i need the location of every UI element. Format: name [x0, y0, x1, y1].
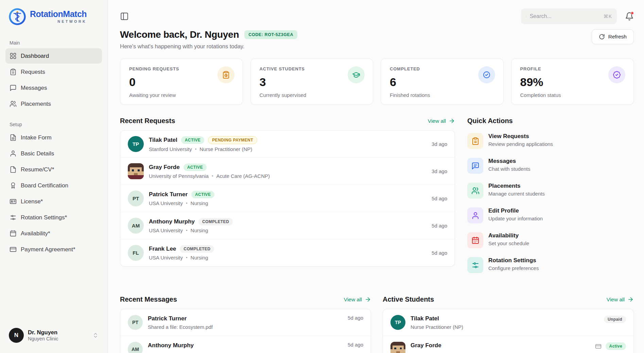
quick-action-edit-profile[interactable]: Edit Profile Update your information	[467, 207, 634, 223]
section-title-active-students: Active Students	[383, 296, 434, 303]
calendar-icon	[467, 232, 483, 248]
sidebar-item-availability[interactable]: Availability*	[5, 226, 102, 241]
sidebar-toggle-icon[interactable]	[120, 12, 129, 21]
search-input[interactable]	[530, 13, 600, 19]
sidebar-nav-setup: Intake Form Basic Details Resume/CV* Boa…	[5, 130, 102, 257]
stat-card-active-students: ACTIVE STUDENTS 3 Currently supervised	[250, 58, 373, 105]
timestamp: 3d ago	[432, 168, 447, 174]
search-box[interactable]: ⌘K	[521, 9, 617, 24]
sidebar: RotationMatch NETWORK Main Dashboard Req…	[0, 0, 108, 353]
refresh-button[interactable]: Refresh	[592, 29, 634, 44]
quick-action-title: Rotation Settings	[488, 257, 539, 264]
avatar: PT	[128, 315, 143, 330]
view-all-students-link[interactable]: View all	[607, 296, 634, 303]
timestamp: 3d ago	[432, 141, 447, 147]
credit-card-icon	[10, 246, 17, 253]
message-row[interactable]: AM Anthony Murphy 5d ago	[120, 336, 371, 353]
sidebar-item-intake-form[interactable]: Intake Form	[5, 130, 102, 145]
student-row[interactable]: Gray Forde Active	[383, 336, 633, 353]
sidebar-item-placements[interactable]: Placements	[5, 96, 102, 112]
sidebar-item-requests[interactable]: Requests	[5, 64, 102, 80]
program-name: Acute Care (AG-ACNP)	[216, 173, 270, 179]
chat-icon	[467, 158, 483, 174]
brand-logo[interactable]: RotationMatch NETWORK	[5, 7, 102, 26]
brand-tagline: NETWORK	[57, 20, 87, 23]
quick-action-messages[interactable]: Messages Chat with students	[467, 158, 634, 174]
student-name: Gray Forde	[411, 342, 590, 349]
quick-action-title: Edit Profile	[488, 207, 543, 214]
school-name: USA University	[149, 228, 183, 233]
sidebar-item-rotation-settings[interactable]: Rotation Settings*	[5, 210, 102, 225]
student-row[interactable]: TP Tilak Patel Nurse Practitioner (NP) U…	[383, 309, 633, 336]
request-row[interactable]: Gray Forde ACTIVE University of Pennsylv…	[120, 157, 455, 185]
user-menu[interactable]: N Dr. Nguyen Nguyen Clinic	[5, 324, 102, 346]
sidebar-item-label: Basic Details	[21, 150, 54, 157]
sidebar-item-license[interactable]: License*	[5, 194, 102, 209]
request-row[interactable]: FL Frank Lee COMPLETED USA University • …	[120, 239, 455, 266]
quick-action-availability[interactable]: Availability Set your schedule	[467, 232, 634, 248]
quick-action-view-requests[interactable]: View Requests Review pending application…	[467, 133, 634, 149]
avatar: TP	[390, 315, 405, 330]
award-icon	[10, 182, 17, 189]
quick-action-rotation-settings[interactable]: Rotation Settings Configure preferences	[467, 257, 634, 273]
notification-bell-icon[interactable]	[625, 12, 634, 21]
billing-icon[interactable]	[595, 343, 602, 350]
stat-card-profile: PROFILE 89% Completion status	[511, 58, 634, 105]
section-title-recent-messages: Recent Messages	[120, 296, 177, 303]
sidebar-item-label: Requests	[21, 69, 45, 75]
view-all-requests-link[interactable]: View all	[428, 118, 455, 124]
caduceus-logo-icon	[8, 7, 27, 26]
notification-dot	[631, 12, 634, 15]
chevrons-up-down-icon	[92, 332, 99, 338]
quick-action-description: Configure preferences	[488, 265, 539, 271]
sidebar-item-payment-agreement[interactable]: Payment Agreement*	[5, 242, 102, 257]
file-icon	[10, 166, 17, 173]
arrow-right-icon	[365, 296, 371, 303]
view-all-label: View all	[428, 118, 446, 124]
sender-name: Patrick Turner	[148, 315, 343, 322]
search-icon	[526, 13, 526, 20]
sidebar-item-basic-details[interactable]: Basic Details	[5, 146, 102, 161]
timestamp: 5d ago	[432, 223, 447, 229]
users-icon	[10, 100, 17, 107]
dot-separator: •	[212, 173, 213, 179]
sidebar-item-label: Availability*	[21, 230, 50, 237]
school-name: Stanford University	[149, 146, 192, 152]
quick-action-placements[interactable]: Placements Manage current students	[467, 183, 634, 199]
sidebar-item-label: Payment Agreement*	[21, 246, 75, 253]
request-row[interactable]: TP Tilak Patel ACTIVE PENDING PAYMENT St…	[120, 131, 455, 157]
main-area: ⌘K Welcome back, Dr. Nguyen CODE: ROT-5Z…	[108, 0, 644, 353]
request-row[interactable]: AM Anthony Murphy COMPLETED USA Universi…	[120, 212, 455, 239]
recent-requests-section: Recent Requests View all TP Tilak Patel	[120, 117, 455, 282]
message-row[interactable]: PT Patrick Turner Shared a file: Ecosyst…	[120, 309, 371, 336]
avatar: PT	[128, 190, 144, 206]
student-name: Anthony Murphy	[149, 218, 195, 225]
badge-check-icon	[608, 66, 625, 83]
request-row[interactable]: PT Patrick Turner ACTIVE USA University …	[120, 185, 455, 212]
program-name: Nursing	[191, 200, 208, 206]
view-all-messages-link[interactable]: View all	[344, 296, 371, 303]
recent-messages-section: Recent Messages View all PT Patrick Turn…	[120, 296, 371, 353]
avatar: FL	[128, 245, 144, 261]
sidebar-item-board-certification[interactable]: Board Certification	[5, 178, 102, 193]
payment-status-badge: PENDING PAYMENT	[208, 136, 257, 144]
active-students-section: Active Students View all TP Tilak Patel …	[383, 296, 634, 353]
section-title-recent-requests: Recent Requests	[120, 117, 175, 125]
stat-description: Awaiting your review	[129, 92, 234, 98]
page-subtitle: Here's what's happening with your rotati…	[120, 43, 297, 50]
sidebar-item-messages[interactable]: Messages	[5, 80, 102, 96]
recent-requests-card: TP Tilak Patel ACTIVE PENDING PAYMENT St…	[120, 130, 455, 267]
school-name: University of Pennsylvania	[149, 173, 209, 179]
quick-action-description: Update your information	[488, 216, 543, 221]
timestamp: 5d ago	[348, 315, 363, 321]
sidebar-section-setup: Setup	[5, 122, 102, 127]
page-header: Welcome back, Dr. Nguyen CODE: ROT-5Z3GE…	[120, 29, 634, 50]
sidebar-item-resume-cv[interactable]: Resume/CV*	[5, 162, 102, 177]
sidebar-item-dashboard[interactable]: Dashboard	[5, 48, 102, 64]
stat-card-completed: COMPLETED 6 Finished rotations	[381, 58, 504, 105]
status-badge: ACTIVE	[184, 164, 207, 171]
graduation-cap-icon	[348, 66, 365, 83]
stat-label: COMPLETED	[390, 66, 494, 71]
file-text-icon	[10, 134, 17, 141]
stat-label: PENDING REQUESTS	[129, 66, 234, 71]
